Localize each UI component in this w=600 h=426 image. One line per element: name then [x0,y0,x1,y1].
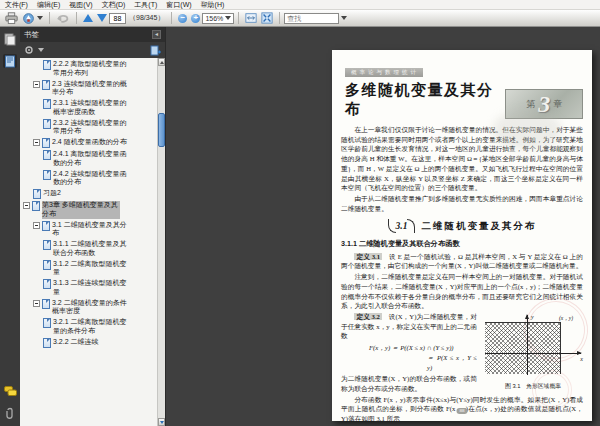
export-icon [22,12,35,25]
zoom-in-button[interactable]: + [189,11,202,25]
bookmark-page-icon [43,60,51,70]
scrollbar-thumb[interactable] [158,113,165,147]
collapse-expander-icon[interactable] [23,202,30,209]
collapse-expander-icon[interactable] [33,222,40,229]
bookmark-label: 习题2 [43,189,61,198]
panel-scrollbar[interactable] [157,58,165,426]
bookmark-label: 3.1.3 二维连续型随机变量 [53,279,131,297]
bookmark-item[interactable]: 3.1.3 二维连续型随机变量 [20,278,157,298]
bookmark-options-button[interactable] [24,45,44,55]
page-count-label: （98/345） [129,13,164,23]
menu-bar: 文件(F) 编辑(E) 视图(V) 文档(D) 工具(T) 窗口(W) 帮助(H… [0,0,600,10]
navigation-icon-strip [0,27,20,426]
scroll-down-button[interactable] [158,418,165,426]
expand-current-bookmark-button[interactable] [150,45,161,56]
search-input[interactable] [284,13,339,24]
bookmark-page-icon [42,80,50,90]
collapse-expander-icon[interactable] [33,139,40,146]
bookmarks-icon [4,55,16,68]
export-button[interactable] [20,11,45,25]
bookmark-item[interactable]: 习题2 [20,188,157,200]
chapter-badge-post: 章 [553,98,562,111]
bookmark-item[interactable]: 3.2.1 二维离散型随机变量的条件分布 [20,317,157,337]
bookmark-item[interactable]: 2.4 随机变量函数的分布 [20,137,157,149]
menu-edit[interactable]: 编辑(E) [37,0,60,10]
bookmark-item[interactable]: 3.2.2 二维连续 [20,337,157,349]
menu-help[interactable]: 帮助(H) [201,0,225,10]
pages-panel-button[interactable] [3,32,17,46]
zoom-level-value: 156% [205,15,223,22]
bookmark-page-icon [43,170,51,180]
bookmark-tree: 2.2.2 离散型随机变量的常用分布列 2.3 连续型随机变量的概率分布 2.3… [20,59,157,349]
undo-button[interactable] [54,11,72,25]
bookmark-item[interactable]: 2.3 连续型随机变量的概率分布 [20,79,157,99]
attachments-panel-button[interactable] [3,406,17,420]
pdf-reader-window: 文件(F) 编辑(E) 视图(V) 文档(D) 工具(T) 窗口(W) 帮助(H… [0,0,600,426]
bookmark-item[interactable]: 3.2 二维随机变量的条件概率密度 [20,298,157,318]
bookmark-item[interactable]: 3.1 二维随机变量及其分布 [20,220,157,240]
bookmark-label: 3.2.1 二维离散型随机变量的条件分布 [53,318,131,336]
previous-page-button[interactable] [81,11,95,25]
bookmark-item[interactable]: 2.2.2 离散型随机变量的常用分布列 [20,59,157,79]
menu-tools[interactable]: 工具(T) [134,0,157,10]
section-title: 二维随机变量及其分布 [421,221,536,231]
pages-icon [4,33,16,46]
menu-file[interactable]: 文件(F) [5,0,28,10]
figure-3-1-plot: (x，y) y x [483,313,583,379]
arrow-down-icon [97,14,107,22]
menu-document[interactable]: 文档(D) [102,0,126,10]
point-label: (x，y) [559,315,573,323]
bookmark-item[interactable]: 2.3.2 连续型随机变量的常用分布 [20,118,157,138]
print-button[interactable] [3,11,20,25]
y-axis [527,315,528,375]
comments-panel-button[interactable] [3,384,17,398]
toolbar: （98/345） − + 156% [0,10,600,27]
bookmark-item[interactable]: 2.4.1 离散型随机变量函数的分布 [20,149,157,169]
bookmark-page-icon [42,221,50,231]
menu-window[interactable]: 窗口(W) [166,0,191,10]
bookmark-label: 2.4 随机变量函数的分布 [52,138,127,147]
bookmark-item[interactable]: 3.1.1 二维随机变量及其联合分布函数 [20,239,157,259]
search-dropdown-arrow-icon[interactable] [341,16,347,20]
bookmark-item[interactable]: 2.4.2 连续型随机变量函数的分布 [20,169,157,189]
zoom-level-select[interactable]: 156% [202,13,234,24]
bookmark-label: 3.1 二维随机变量及其分布 [52,221,130,239]
zoom-out-button[interactable]: − [176,11,189,25]
page-number-input[interactable] [109,13,126,24]
arrow-up-icon [83,14,93,22]
bookmark-item[interactable]: 3.1.2 二维离散型随机变量 [20,259,157,279]
collapse-expander-icon[interactable] [33,81,40,88]
panel-collapse-button[interactable]: ◂ [152,30,161,39]
zoom-out-icon: − [178,14,187,23]
menu-view[interactable]: 视图(V) [69,0,92,10]
bookmark-page-icon [43,338,51,348]
document-canvas[interactable]: 概率论与数理统计 多维随机变量及其分布 第 3 章 在上一章我们仅仅限于讨论一维… [166,27,600,426]
bookmark-item-current[interactable]: 第3章 多维随机变量及其分布 [20,200,157,220]
next-page-button[interactable] [95,11,109,25]
comments-icon [4,386,17,397]
bookmark-label: 2.3.1 连续型随机变量的概率密度函数 [53,99,131,117]
fit-width-icon [245,12,257,24]
bookmark-page-icon [43,119,51,129]
scroll-up-button[interactable] [158,58,165,66]
page-body: 在上一章我们仅仅限于讨论一维随机变量的情况。但在实际问题中，对于某些随机试验的结… [341,125,583,424]
bookmark-label: 2.3.2 连续型随机变量的常用分布 [53,119,131,137]
chapter-title: 多维随机变量及其分布 [345,81,505,119]
scroll-up-icon [160,61,164,64]
figure-caption: 图 3.1 角形区域概率 [483,382,583,390]
collapse-expander-icon[interactable] [33,300,40,307]
fit-width-button[interactable] [243,11,259,25]
y-axis-label: y [531,313,534,322]
section-number: 3.1 [388,221,416,231]
export-dropdown-arrow-icon [37,16,43,20]
bookmarks-panel-button[interactable] [3,54,17,68]
fit-page-button[interactable] [259,11,275,25]
bookmark-label: 3.2.2 二维连续 [53,338,99,347]
bookmark-label: 2.4.2 连续型随机变量函数的分布 [53,170,131,188]
bookmark-label: 2.3 连续型随机变量的概率分布 [52,80,130,98]
bookmark-label: 3.1.2 二维离散型随机变量 [53,260,131,278]
bookmarks-panel-header: 书签 ◂ [20,27,165,42]
bookmark-item[interactable]: 2.3.1 连续型随机变量的概率密度函数 [20,98,157,118]
page-number-badge: 88 [457,408,468,414]
fit-page-icon [261,12,273,24]
